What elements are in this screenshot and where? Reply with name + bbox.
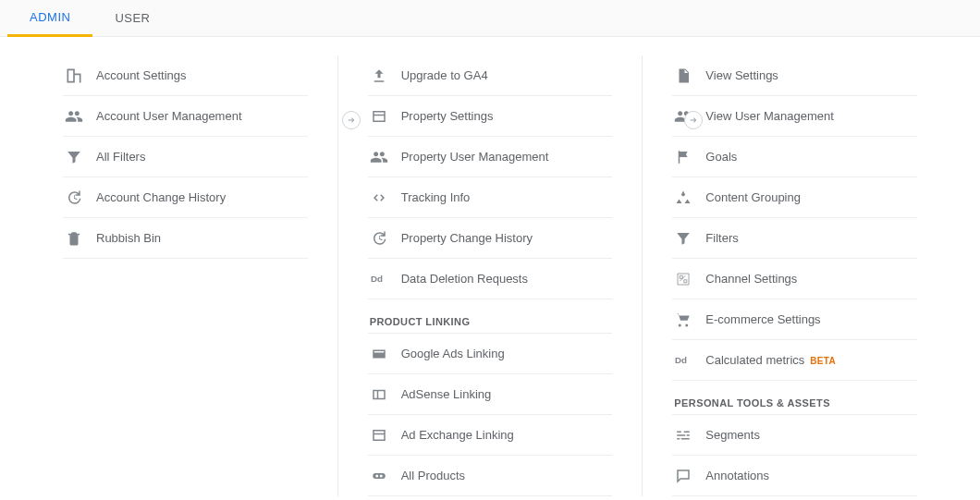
account-settings[interactable]: Account Settings bbox=[63, 55, 308, 96]
collapse-property-arrow[interactable] bbox=[684, 111, 703, 129]
annotations[interactable]: Annotations bbox=[672, 456, 917, 496]
item-label: E-commerce Settings bbox=[705, 312, 820, 326]
item-label: View Settings bbox=[705, 68, 778, 82]
rubbish-bin[interactable]: Rubbish Bin bbox=[63, 218, 308, 259]
layout-icon bbox=[370, 426, 388, 445]
property-column: Upgrade to GA4 Property Settings Propert… bbox=[337, 55, 643, 496]
card-icon bbox=[370, 345, 388, 363]
svg-point-3 bbox=[379, 474, 382, 477]
tab-user[interactable]: USER bbox=[92, 0, 172, 37]
item-label: Filters bbox=[705, 231, 738, 245]
admin-body: Account Settings Account User Management… bbox=[0, 37, 980, 496]
item-label: Calculated metricsBETA bbox=[705, 353, 836, 367]
tab-admin[interactable]: ADMIN bbox=[7, 0, 92, 37]
goals[interactable]: Goals bbox=[672, 137, 917, 177]
svg-point-2 bbox=[375, 474, 378, 477]
item-label: Content Grouping bbox=[705, 190, 801, 204]
ad-exchange-linking[interactable]: Ad Exchange Linking bbox=[368, 415, 613, 456]
document-icon bbox=[674, 67, 692, 85]
dd-icon: Dd bbox=[370, 270, 388, 288]
item-label: Tracking Info bbox=[401, 190, 471, 204]
code-icon bbox=[370, 189, 388, 207]
item-label: View User Management bbox=[705, 109, 834, 123]
funnel-icon bbox=[65, 148, 83, 166]
view-user-management[interactable]: View User Management bbox=[672, 96, 917, 137]
item-label: All Products bbox=[401, 469, 465, 482]
dd-icon: Dd bbox=[674, 351, 692, 370]
calculated-metrics[interactable]: Dd Calculated metricsBETA bbox=[672, 340, 917, 381]
channel-icon bbox=[674, 270, 692, 288]
item-label: Ad Exchange Linking bbox=[401, 428, 514, 442]
item-label: Data Deletion Requests bbox=[401, 272, 528, 286]
group-icon bbox=[674, 189, 692, 207]
svg-rect-1 bbox=[373, 473, 386, 479]
history-icon bbox=[370, 229, 388, 248]
people-icon bbox=[65, 107, 83, 126]
all-filters[interactable]: All Filters bbox=[63, 137, 308, 177]
upgrade-ga4[interactable]: Upgrade to GA4 bbox=[368, 55, 613, 96]
ecommerce-settings[interactable]: E-commerce Settings bbox=[672, 299, 917, 340]
item-label: All Filters bbox=[96, 150, 145, 164]
people-icon bbox=[370, 148, 388, 166]
trash-icon bbox=[65, 229, 83, 248]
item-label: Segments bbox=[705, 428, 760, 442]
content-grouping[interactable]: Content Grouping bbox=[672, 177, 917, 218]
link-icon bbox=[370, 467, 388, 485]
item-label: Account Settings bbox=[96, 68, 187, 82]
filters[interactable]: Filters bbox=[672, 218, 917, 259]
account-change-history[interactable]: Account Change History bbox=[63, 177, 308, 218]
google-ads-linking[interactable]: Google Ads Linking bbox=[368, 334, 613, 374]
building-icon bbox=[65, 67, 83, 85]
property-change-history[interactable]: Property Change History bbox=[368, 218, 613, 259]
beta-badge: BETA bbox=[810, 356, 836, 366]
svg-text:Dd: Dd bbox=[371, 274, 383, 284]
account-user-management[interactable]: Account User Management bbox=[63, 96, 308, 137]
item-label: Goals bbox=[705, 150, 737, 164]
property-user-management[interactable]: Property User Management bbox=[368, 137, 613, 177]
channel-settings[interactable]: Channel Settings bbox=[672, 259, 917, 299]
tune-icon bbox=[674, 426, 692, 445]
personal-tools-heading: PERSONAL TOOLS & ASSETS bbox=[672, 381, 917, 415]
adsense-linking[interactable]: AdSense Linking bbox=[368, 374, 613, 415]
item-label: Property Change History bbox=[401, 231, 533, 245]
header-tabs: ADMIN USER bbox=[0, 0, 980, 37]
segments[interactable]: Segments bbox=[672, 415, 917, 456]
item-label: Rubbish Bin bbox=[96, 231, 161, 245]
history-icon bbox=[65, 189, 83, 207]
item-label: Account Change History bbox=[96, 190, 226, 204]
svg-text:Dd: Dd bbox=[675, 355, 687, 365]
item-label: Annotations bbox=[705, 469, 769, 482]
item-label: AdSense Linking bbox=[401, 387, 492, 401]
property-settings[interactable]: Property Settings bbox=[368, 96, 613, 137]
comment-icon bbox=[674, 467, 692, 485]
item-label: Upgrade to GA4 bbox=[401, 68, 488, 82]
collapse-account-arrow[interactable] bbox=[342, 111, 361, 129]
item-label: Property Settings bbox=[401, 109, 494, 123]
item-label: Property User Management bbox=[401, 150, 549, 164]
view-settings[interactable]: View Settings bbox=[672, 55, 917, 96]
item-label: Account User Management bbox=[96, 109, 242, 123]
cart-icon bbox=[674, 311, 692, 329]
item-label: Google Ads Linking bbox=[401, 347, 505, 360]
item-label: Channel Settings bbox=[705, 272, 797, 286]
flag-icon bbox=[674, 148, 692, 166]
data-deletion-requests[interactable]: Dd Data Deletion Requests bbox=[368, 259, 613, 299]
layout-icon bbox=[370, 107, 388, 126]
panel-icon bbox=[370, 385, 388, 404]
upload-icon bbox=[370, 67, 388, 85]
all-products[interactable]: All Products bbox=[368, 456, 613, 496]
account-column: Account Settings Account User Management… bbox=[33, 55, 337, 496]
product-linking-heading: PRODUCT LINKING bbox=[368, 299, 613, 334]
tracking-info[interactable]: Tracking Info bbox=[368, 177, 613, 218]
funnel-icon bbox=[674, 229, 692, 248]
